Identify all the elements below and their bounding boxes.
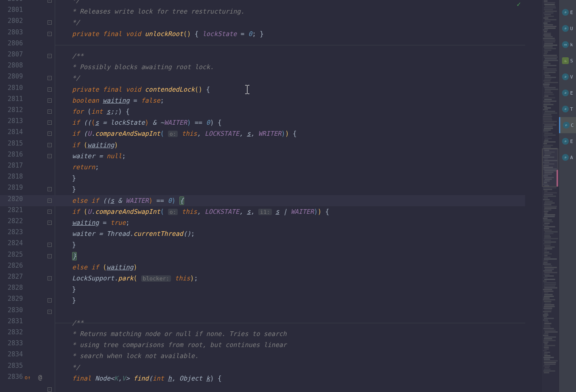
line-number[interactable]: 2824 (0, 239, 23, 247)
line-number[interactable]: 2818 (0, 173, 23, 180)
code-line[interactable]: } (72, 251, 77, 262)
code-line[interactable]: private final void contendedLock() { (72, 84, 210, 95)
minimap[interactable] (542, 0, 558, 392)
line-number[interactable]: 2816 (0, 151, 23, 158)
line-number[interactable]: 2808 (0, 62, 23, 69)
fold-toggle-icon[interactable]: − (48, 243, 52, 247)
code-line[interactable]: waiter = null; (72, 151, 126, 162)
fold-toggle-icon[interactable]: − (48, 210, 52, 214)
line-number[interactable]: 2801 (0, 6, 23, 14)
code-line[interactable]: else if ((s & WAITER) == 0) { (72, 195, 184, 206)
code-line[interactable]: boolean waiting = false; (72, 95, 164, 106)
line-number[interactable]: 2835 (0, 362, 23, 370)
line-number[interactable]: 2802 (0, 17, 23, 25)
line-number[interactable]: 2809 (0, 73, 23, 80)
open-file-tab[interactable]: ⌕ E (559, 4, 576, 20)
fold-toggle-icon[interactable]: − (48, 20, 52, 25)
line-number[interactable]: 2830 (0, 306, 23, 314)
fold-toggle-icon[interactable]: − (48, 154, 52, 158)
code-line[interactable]: LockSupport.park( blocker: this); (72, 273, 198, 284)
fold-toggle-icon[interactable]: − (48, 0, 52, 3)
code-line[interactable]: final Node<K,V> find(int h, Object k) { (72, 373, 221, 384)
code-line[interactable]: * Returns matching node or null if none.… (72, 328, 287, 339)
line-number[interactable]: 2823 (0, 228, 23, 236)
code-line[interactable]: for (int s;;) { (72, 106, 129, 117)
minimap-viewport[interactable] (542, 148, 558, 187)
line-number[interactable]: 2820 (0, 195, 23, 203)
open-file-tab[interactable]: ⌕ T (559, 101, 576, 117)
code-line[interactable]: */ (72, 17, 80, 28)
open-file-tab[interactable]: ⌕ C (559, 117, 576, 133)
code-line[interactable]: * using tree comparisons from root, but … (72, 339, 287, 350)
line-number[interactable]: 2821 (0, 206, 23, 214)
open-file-tab[interactable]: ▭ k (559, 36, 576, 53)
open-file-tab[interactable]: ⌕ V (559, 69, 576, 85)
code-line[interactable]: } (72, 284, 76, 295)
line-number[interactable]: 2834 (0, 350, 23, 358)
fold-toggle-icon[interactable]: − (48, 120, 52, 125)
code-line[interactable]: * search when lock not available. (72, 350, 199, 361)
line-number[interactable]: 2814 (0, 128, 23, 136)
fold-toggle-icon[interactable]: − (48, 32, 52, 36)
code-line[interactable]: /** (72, 50, 84, 62)
open-file-tab[interactable]: ⌕ U (559, 20, 576, 36)
line-number[interactable]: 2822 (0, 217, 23, 225)
fold-toggle-icon[interactable]: − (48, 187, 52, 191)
line-number[interactable]: 2812 (0, 106, 23, 114)
line-number[interactable]: 2817 (0, 162, 23, 169)
fold-toggle-icon[interactable]: − (48, 109, 52, 114)
inspection-ok-icon[interactable]: ✓ (517, 0, 521, 8)
line-number[interactable]: 2806 (0, 39, 23, 47)
annotation-gutter-icon[interactable]: @ (38, 374, 42, 381)
line-number[interactable]: 2819 (0, 184, 23, 191)
code-line[interactable]: * Releases write lock for tree restructu… (72, 6, 244, 17)
line-number[interactable]: 2813 (0, 117, 23, 125)
line-number[interactable]: 2825 (0, 251, 23, 258)
line-number[interactable]: 2829 (0, 295, 23, 302)
code-line[interactable]: return; (72, 162, 99, 173)
code-line[interactable]: if (U.compareAndSwapInt( o: this, LOCKST… (72, 206, 329, 217)
line-number[interactable]: 2826 (0, 262, 23, 269)
fold-toggle-icon[interactable]: − (48, 54, 52, 58)
fold-toggle-icon[interactable]: − (48, 199, 52, 203)
override-gutter-icon[interactable]: o↑ (25, 375, 31, 381)
fold-toggle-icon[interactable]: − (48, 76, 52, 80)
code-line[interactable]: if (U.compareAndSwapInt( o: this, LOCKST… (72, 128, 296, 139)
code-line[interactable]: } (72, 173, 76, 184)
line-number[interactable]: 2810 (0, 84, 23, 92)
open-file-tab[interactable]: ⌕ E (559, 85, 576, 101)
fold-toggle-icon[interactable]: − (48, 132, 52, 136)
code-line[interactable]: if (waiting) (72, 140, 118, 151)
fold-toggle-icon[interactable]: − (48, 254, 52, 258)
code-line[interactable]: } (72, 295, 76, 306)
fold-toggle-icon[interactable]: − (48, 276, 52, 280)
open-file-tab[interactable]: ♨ S (559, 53, 576, 69)
fold-toggle-icon[interactable]: − (48, 387, 52, 392)
line-number[interactable]: 2807 (0, 50, 23, 58)
code-line[interactable]: if (((s = lockState) & ~WAITER) == 0) { (72, 117, 221, 128)
fold-toggle-icon[interactable]: − (48, 98, 52, 103)
code-line[interactable]: private final void unlockRoot() { lockSt… (72, 28, 264, 39)
line-number[interactable]: 2832 (0, 328, 23, 336)
fold-toggle-icon[interactable]: − (48, 310, 52, 314)
code-line[interactable]: */ (72, 0, 80, 6)
fold-toggle-icon[interactable]: − (48, 298, 52, 302)
line-number[interactable]: 2827 (0, 273, 23, 280)
code-line[interactable]: waiter = Thread.currentThread(); (72, 228, 195, 239)
open-file-tab[interactable]: ⌕ E (559, 133, 576, 149)
code-line[interactable]: * Possibly blocks awaiting root lock. (72, 62, 214, 73)
line-number[interactable]: 2833 (0, 339, 23, 347)
fold-toggle-icon[interactable]: − (48, 87, 52, 92)
line-number[interactable]: 2800 (0, 0, 23, 3)
code-line[interactable]: */ (72, 362, 80, 373)
line-number[interactable]: 2811 (0, 95, 23, 103)
fold-toggle-icon[interactable]: − (48, 221, 52, 225)
line-number[interactable]: 2828 (0, 284, 23, 291)
line-number[interactable]: 2815 (0, 140, 23, 147)
line-number[interactable]: 2803 (0, 28, 23, 36)
open-files-panel[interactable]: ⌕ E⌕ U▭ k♨ S⌕ V⌕ E⌕ T⌕ C⌕ E⌕ A (559, 0, 576, 392)
code-line[interactable]: waiting = true; (72, 217, 129, 228)
open-file-tab[interactable]: ⌕ A (559, 149, 576, 165)
fold-toggle-icon[interactable]: − (48, 143, 52, 147)
line-number[interactable]: 2831 (0, 317, 23, 325)
